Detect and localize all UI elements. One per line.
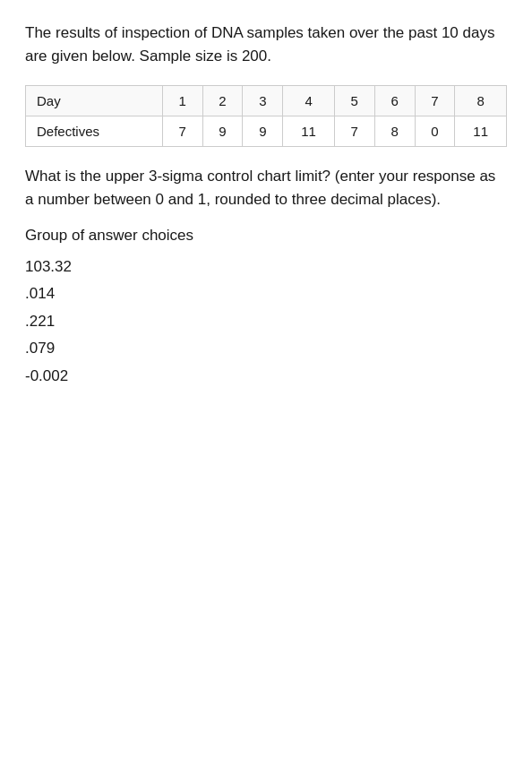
intro-text: The results of inspection of DNA samples…: [25, 22, 507, 67]
data-table: Day 1 2 3 4 5 6 7 8 Defectives 7 9 9 11 …: [25, 85, 507, 147]
day-8: 8: [455, 86, 507, 116]
day-7: 7: [415, 86, 455, 116]
day-4: 4: [283, 86, 335, 116]
defectives-label: Defectives: [26, 116, 163, 147]
day-2: 2: [202, 86, 243, 116]
defective-2: 9: [202, 116, 243, 147]
defective-5: 7: [334, 116, 374, 147]
answer-option-1[interactable]: 103.32: [25, 254, 507, 281]
table-row-day: Day 1 2 3 4 5 6 7 8: [26, 86, 507, 116]
group-of-answer-choices-label: Group of answer choices: [25, 227, 507, 245]
day-1: 1: [162, 86, 202, 116]
defective-1: 7: [162, 116, 202, 147]
defective-3: 9: [243, 116, 283, 147]
answer-option-3[interactable]: .221: [25, 308, 507, 336]
day-label: Day: [26, 86, 163, 116]
day-5: 5: [334, 86, 374, 116]
defective-7: 0: [415, 116, 455, 147]
day-6: 6: [374, 86, 415, 116]
defective-4: 11: [283, 116, 335, 147]
answer-option-4[interactable]: .079: [25, 335, 507, 363]
table-row-defectives: Defectives 7 9 9 11 7 8 0 11: [26, 116, 507, 147]
defective-6: 8: [374, 116, 415, 147]
defective-8: 11: [455, 116, 507, 147]
question-text: What is the upper 3-sigma control chart …: [25, 165, 507, 212]
answer-list: 103.32 .014 .221 .079 -0.002: [25, 254, 507, 391]
answer-option-2[interactable]: .014: [25, 280, 507, 308]
answer-option-5[interactable]: -0.002: [25, 363, 507, 391]
day-3: 3: [243, 86, 283, 116]
